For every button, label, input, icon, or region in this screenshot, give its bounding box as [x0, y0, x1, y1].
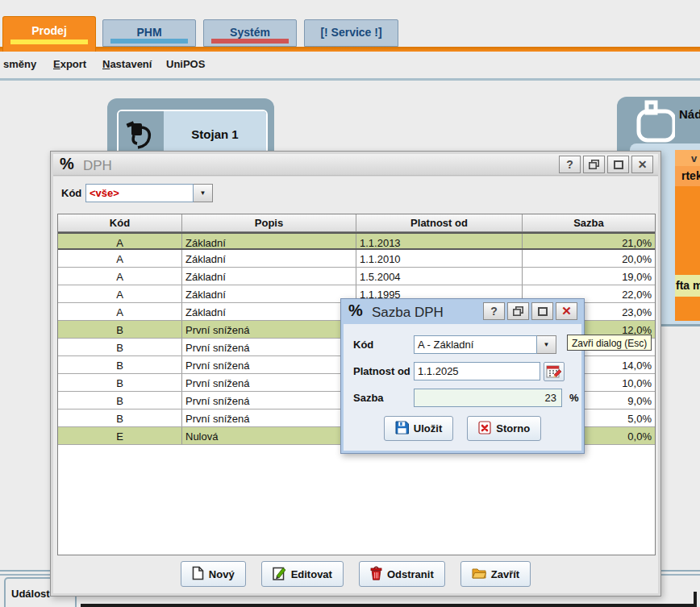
edit-pencil-icon — [273, 566, 286, 583]
cell-kod: A — [58, 285, 182, 302]
dph-window-buttons: ? ✕ — [559, 156, 653, 173]
sazba-window-buttons: ? ✕ — [483, 302, 577, 320]
cell-kod: A — [58, 268, 182, 285]
tanks-panel-title: Nádr — [679, 107, 700, 121]
menu-bar: směny Export Nastavení UniPOS — [0, 52, 700, 78]
cell-sazba: 20,0% — [523, 250, 655, 267]
table-row[interactable]: A Základní 1.5.2004 19,0% — [58, 268, 655, 285]
dph-dialog-titlebar[interactable]: % DPH ? ✕ — [53, 154, 658, 176]
column-header-platnost[interactable]: Platnost od — [356, 214, 523, 231]
help-icon[interactable]: ? — [559, 156, 581, 173]
tab-label: Prodej — [31, 24, 67, 37]
table-row[interactable]: A Základní 1.1.2010 20,0% — [58, 250, 655, 268]
column-header-sazba[interactable]: Sazba — [523, 214, 655, 231]
tank-level-bar — [675, 186, 700, 275]
maximize-icon[interactable] — [531, 302, 553, 320]
cell-kod: E — [58, 427, 182, 444]
tank-strip-day: rtek — [675, 166, 700, 186]
cell-platnost-od: 1.1.2010 — [356, 250, 523, 267]
cell-platnost-od: 1.5.2004 — [356, 268, 523, 285]
cell-popis: Základní — [182, 268, 356, 285]
sazba-dph-dialog: % Sazba DPH ? ✕ Kód — [340, 298, 585, 454]
cell-popis: První snížená — [182, 374, 356, 391]
cell-popis: Základní — [182, 303, 356, 320]
menu-item-nastaveni[interactable]: Nastavení — [102, 58, 152, 70]
column-header-kod[interactable]: Kód — [58, 214, 182, 231]
cell-popis: První snížená — [182, 339, 356, 355]
sazba-input[interactable]: 23 — [414, 389, 562, 407]
sazba-dialog-titlebar[interactable]: % Sazba DPH ? ✕ — [343, 301, 582, 323]
tab-service[interactable]: [! Service !] — [304, 19, 398, 47]
menu-item-unipos[interactable]: UniPOS — [166, 58, 205, 70]
cell-kod: B — [58, 339, 182, 355]
cell-kod: A — [58, 250, 182, 267]
tank-product-label: fta m — [675, 275, 700, 297]
calendar-icon[interactable] — [544, 362, 565, 381]
platnost-field-label: Platnost od — [353, 365, 410, 377]
new-button[interactable]: Nový — [181, 561, 246, 587]
cell-kod: B — [58, 374, 182, 391]
tank-level-bar-2 — [675, 297, 700, 321]
cell-kod: A — [58, 234, 182, 248]
cell-kod: B — [58, 321, 182, 338]
tab-accent-line — [0, 47, 700, 52]
platnost-input[interactable]: 1.1.2025 — [414, 362, 540, 380]
save-button[interactable]: Uložit — [384, 416, 453, 441]
kod-field-label: Kód — [353, 339, 373, 351]
cell-kod: B — [58, 392, 182, 409]
tab-underline — [110, 39, 188, 44]
kod-filter-dropdown[interactable]: <vše> ▼ — [85, 184, 213, 202]
kod-select[interactable]: A - Základní ▼ — [414, 335, 556, 354]
tab-phm[interactable]: PHM — [102, 19, 196, 47]
close-tooltip: Zavři dialog (Esc) — [567, 335, 652, 351]
tank-icon — [636, 100, 675, 147]
cell-popis: Základní — [182, 250, 356, 267]
chevron-down-icon[interactable]: ▼ — [537, 335, 556, 354]
maximize-icon[interactable] — [607, 156, 629, 173]
table-row[interactable]: A Základní 1.1.2013 21,0% — [58, 232, 655, 250]
cell-kod: B — [58, 410, 182, 426]
bottom-edge-tick — [694, 592, 697, 607]
sazba-dialog-body: Kód A - Základní ▼ Platnost od 1.1.2025 … — [344, 324, 581, 451]
restore-icon[interactable] — [507, 302, 529, 320]
delete-button[interactable]: Odstranit — [359, 561, 445, 587]
fuel-nozzle-icon — [119, 111, 164, 156]
tab-underline — [211, 39, 289, 44]
cell-sazba: 19,0% — [523, 268, 655, 285]
menu-item-smeny[interactable]: směny — [3, 58, 36, 70]
edit-button[interactable]: Editovat — [261, 561, 344, 587]
kod-filter-label: Kód — [61, 187, 81, 199]
tab-system[interactable]: Systém — [203, 19, 297, 47]
cell-popis: Základní — [182, 234, 356, 248]
cell-popis: Základní — [182, 285, 356, 302]
chevron-down-icon[interactable]: ▼ — [194, 184, 213, 202]
tab-events-label: Událost — [11, 588, 50, 600]
cell-popis: První snížená — [182, 392, 356, 409]
close-icon[interactable]: ✕ — [556, 302, 577, 320]
cell-kod: A — [58, 303, 182, 320]
dph-action-buttons: Nový Editovat — [53, 561, 658, 587]
pump-panel-label: Stojan 1 — [164, 111, 266, 156]
percent-icon: % — [348, 301, 363, 320]
app-screen: Prodej PHM Systém [! Service !] směny Ex… — [0, 0, 700, 607]
dph-dialog-title: DPH — [83, 158, 112, 174]
help-icon[interactable]: ? — [483, 302, 505, 320]
cell-popis: Nulová — [182, 427, 356, 444]
kod-select-value: A - Základní — [414, 335, 537, 354]
close-dialog-button[interactable]: Zavřít — [460, 561, 531, 587]
tab-label: [! Service !] — [320, 26, 381, 39]
cancel-button[interactable]: Storno — [467, 416, 541, 441]
restore-icon[interactable] — [583, 156, 605, 173]
bottom-edge-line — [81, 604, 695, 607]
column-header-popis[interactable]: Popis — [182, 214, 356, 231]
tab-prodej[interactable]: Prodej — [2, 16, 96, 52]
dph-table-header: Kód Popis Platnost od Sazba — [58, 214, 655, 232]
cell-popis: První snížená — [182, 356, 356, 373]
tab-label: Systém — [230, 26, 270, 39]
folder-icon — [472, 567, 486, 581]
sazba-action-buttons: Uložit Storno — [344, 416, 581, 441]
cell-popis: První snížená — [182, 321, 356, 338]
cell-popis: První snížená — [182, 410, 356, 426]
close-icon[interactable]: ✕ — [631, 156, 653, 173]
menu-item-export[interactable]: Export — [53, 58, 86, 70]
